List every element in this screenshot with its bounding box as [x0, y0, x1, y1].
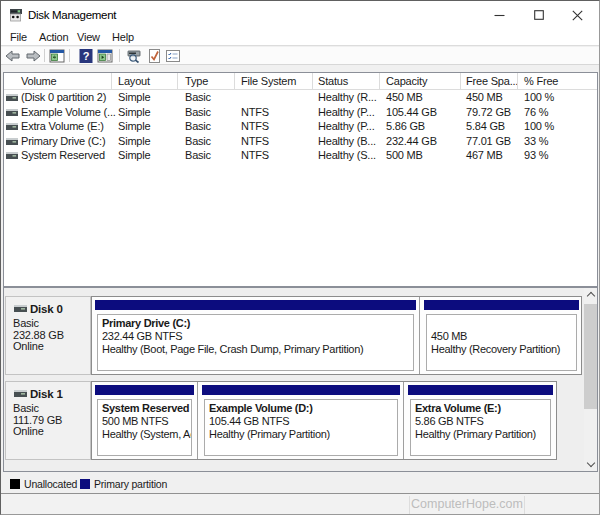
- volume-cell: 100 %: [524, 119, 554, 134]
- partition-status: Healthy (System, Act: [102, 428, 191, 441]
- menu-action[interactable]: Action: [39, 29, 68, 45]
- volume-cell: 76 %: [524, 105, 548, 120]
- partition-name: [431, 317, 576, 330]
- volume-row[interactable]: System ReservedSimpleBasicNTFSHealthy (S…: [4, 148, 597, 163]
- volume-list-pane: Volume Layout Type File System Status Ca…: [3, 72, 598, 287]
- volume-icon: [6, 109, 18, 116]
- column-header-capacity[interactable]: Capacity: [386, 73, 427, 89]
- volume-row[interactable]: (Disk 0 partition 2)SimpleBasicHealthy (…: [4, 90, 597, 105]
- toolbar-separator: [69, 49, 70, 62]
- properties-list-button[interactable]: [165, 48, 181, 64]
- disk-management-app-icon: [9, 8, 23, 22]
- check-document-button[interactable]: [147, 48, 163, 64]
- volume-cell: Healthy (S...: [318, 148, 376, 163]
- partition-name: Example Volume (D:): [209, 402, 397, 415]
- volume-cell: 5.86 GB: [386, 119, 425, 134]
- column-header-volume[interactable]: Volume: [21, 73, 57, 89]
- graphical-view-pane: Disk 0 Basic 232.88 GB Online Primary Dr…: [3, 287, 598, 472]
- menu-file[interactable]: File: [10, 29, 27, 45]
- disk0-type: Basic: [13, 318, 39, 330]
- column-separator[interactable]: [517, 73, 518, 90]
- partition-color-bar: [95, 300, 416, 310]
- volume-cell: Primary Drive (C:): [21, 134, 105, 149]
- volume-cell: 450 MB: [386, 90, 423, 105]
- partition-recovery[interactable]: 450 MB Healthy (Recovery Partition): [421, 297, 582, 374]
- show-console-tree-button[interactable]: [49, 48, 65, 64]
- show-action-pane-button[interactable]: [97, 48, 113, 64]
- column-separator[interactable]: [177, 73, 178, 90]
- column-separator[interactable]: [460, 73, 461, 90]
- volume-cell: Example Volume (...: [21, 105, 116, 120]
- volume-cell: 467 MB: [466, 148, 503, 163]
- disk1-type: Basic: [13, 403, 39, 415]
- menu-view[interactable]: View: [77, 29, 100, 45]
- volume-cell: NTFS: [241, 134, 269, 149]
- legend-primary-partition: Primary partition: [80, 473, 167, 495]
- partition-primary-drive-c[interactable]: Primary Drive (C:) 232.44 GB NTFS Health…: [92, 297, 420, 374]
- partition-size: 5.86 GB NTFS: [415, 415, 550, 428]
- column-separator[interactable]: [312, 73, 313, 90]
- partition-color-bar: [202, 385, 400, 395]
- status-bar: ComputerHope.com: [1, 494, 599, 515]
- help-button[interactable]: ?: [78, 48, 94, 64]
- column-header-pct-free[interactable]: % Free: [524, 73, 558, 89]
- forward-button[interactable]: [25, 48, 41, 64]
- volume-cell: NTFS: [241, 148, 269, 163]
- legend-label: Primary partition: [94, 478, 167, 490]
- partition-size: 232.44 GB NTFS: [102, 330, 413, 343]
- partition-size: 450 MB: [431, 330, 576, 343]
- partition-extra-volume-e[interactable]: Extra Volume (E:) 5.86 GB NTFS Healthy (…: [405, 382, 556, 459]
- volume-row[interactable]: Example Volume (...SimpleBasicNTFSHealth…: [4, 105, 597, 120]
- column-header-free-space[interactable]: Free Spa...: [466, 73, 518, 89]
- volume-cell: NTFS: [241, 119, 269, 134]
- rescan-disks-button[interactable]: [126, 48, 142, 64]
- column-header-layout[interactable]: Layout: [118, 73, 150, 89]
- volume-cell: 79.72 GB: [466, 105, 511, 120]
- volume-cell: Simple: [118, 90, 150, 105]
- volume-cell: Basic: [185, 148, 211, 163]
- legend-label: Unallocated: [24, 478, 77, 490]
- partition-status: Healthy (Recovery Partition): [431, 343, 576, 356]
- volume-cell: Simple: [118, 134, 150, 149]
- vertical-scrollbar[interactable]: [584, 288, 597, 471]
- disk0-header[interactable]: Disk 0 Basic 232.88 GB Online: [5, 296, 91, 375]
- maximize-icon: [534, 10, 544, 20]
- volume-cell: (Disk 0 partition 2): [21, 90, 106, 105]
- minimize-button[interactable]: [480, 1, 519, 29]
- disk-icon: [14, 390, 27, 397]
- watermark: ComputerHope.com: [410, 494, 524, 515]
- partition-size: 105.44 GB NTFS: [209, 415, 397, 428]
- disk-management-window: Disk Management File Action View Help: [0, 0, 600, 515]
- volume-cell: Basic: [185, 119, 211, 134]
- volume-cell: Extra Volume (E:): [21, 119, 104, 134]
- partition-example-volume-d[interactable]: Example Volume (D:) 105.44 GB NTFS Healt…: [199, 382, 404, 459]
- column-separator[interactable]: [234, 73, 235, 90]
- volume-cell: 77.01 GB: [466, 134, 511, 149]
- scroll-down-button[interactable]: [584, 457, 597, 471]
- volume-row[interactable]: Primary Drive (C:)SimpleBasicNTFSHealthy…: [4, 134, 597, 149]
- column-header-status[interactable]: Status: [318, 73, 348, 89]
- disk1-partition-region: System Reserved 500 MB NTFS Healthy (Sys…: [91, 381, 557, 460]
- scroll-up-button[interactable]: [584, 288, 597, 302]
- column-separator[interactable]: [379, 73, 380, 90]
- scrollbar-thumb[interactable]: [584, 304, 597, 409]
- column-header-file-system[interactable]: File System: [241, 73, 296, 89]
- partition-system-reserved[interactable]: System Reserved 500 MB NTFS Healthy (Sys…: [92, 382, 198, 459]
- window-title: Disk Management: [28, 1, 116, 29]
- menu-bar: File Action View Help: [1, 29, 599, 46]
- back-button[interactable]: [5, 48, 21, 64]
- partition-name: Extra Volume (E:): [415, 402, 550, 415]
- column-header-type[interactable]: Type: [185, 73, 208, 89]
- partition-status: Healthy (Primary Partition): [209, 428, 397, 441]
- maximize-button[interactable]: [519, 1, 558, 29]
- partition-name: Primary Drive (C:): [102, 317, 413, 330]
- volume-cell: Healthy (R...: [318, 90, 377, 105]
- close-button[interactable]: [558, 1, 597, 29]
- volume-cell: 450 MB: [466, 90, 503, 105]
- menu-help[interactable]: Help: [112, 29, 134, 45]
- volume-row[interactable]: Extra Volume (E:)SimpleBasicNTFSHealthy …: [4, 119, 597, 134]
- disk1-header[interactable]: Disk 1 Basic 111.79 GB Online: [5, 381, 91, 460]
- volume-cell: NTFS: [241, 105, 269, 120]
- volume-cell: Basic: [185, 134, 211, 149]
- column-separator[interactable]: [111, 73, 112, 90]
